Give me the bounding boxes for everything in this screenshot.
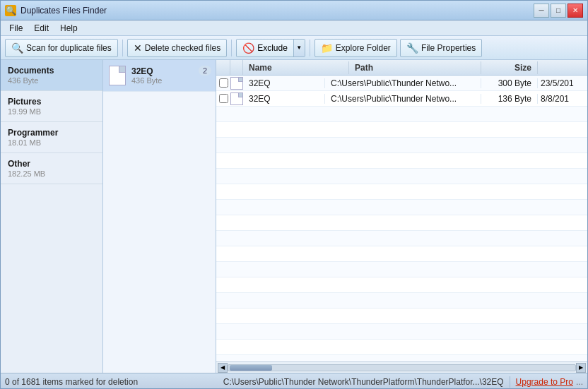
scroll-left-button[interactable]: ◀ [218, 363, 228, 373]
exclude-main-button[interactable]: 🚫 Exclude [237, 40, 293, 56]
explore-icon: 📁 [321, 42, 333, 54]
file-list-panel: 32EQ 436 Byte 2 [103, 60, 216, 373]
exclude-icon: 🚫 [242, 42, 254, 54]
table-row-empty [216, 153, 587, 169]
table-row-empty [216, 340, 587, 355]
table-row-empty [216, 231, 587, 246]
file-count-badge: 2 [199, 66, 211, 76]
toolbar-sep-1 [122, 40, 123, 56]
table-row-empty [216, 309, 587, 324]
row-name: 32EQ [246, 78, 325, 88]
titlebar: 🔍 Duplicates Files Finder ─ □ ✕ [1, 1, 587, 20]
detail-header: Name Path Size [216, 60, 587, 76]
row-checkbox-0[interactable] [216, 78, 230, 88]
table-row-empty [216, 246, 587, 262]
row-path: C:\Users\Public\Thunder Netwo... [325, 78, 481, 88]
menu-file[interactable]: File [4, 22, 28, 35]
table-row: 32EQ C:\Users\Public\Thunder Netwo... 13… [216, 91, 587, 107]
delete-icon: ✕ [134, 42, 142, 54]
table-row-empty [216, 215, 587, 231]
table-row-empty [216, 184, 587, 200]
exclude-dropdown-button[interactable]: ▼ [293, 40, 305, 56]
table-row-empty [216, 262, 587, 277]
sidebar-item-other[interactable]: Other182.25 MB [1, 153, 102, 184]
table-row-empty [216, 200, 587, 215]
table-row-empty [216, 169, 587, 184]
status-right: C:\Users\Public\Thunder Network\ThunderP… [223, 376, 583, 388]
toolbar: 🔍 Scan for duplicate files ✕ Delete chec… [1, 36, 587, 60]
row-date: 23/5/201 [538, 78, 587, 88]
toolbar-sep-2 [231, 40, 232, 56]
exclude-button-group: 🚫 Exclude ▼ [236, 39, 305, 57]
exclude-label: Exclude [257, 43, 288, 53]
properties-icon: 🔧 [406, 42, 418, 54]
scan-label: Scan for duplicate files [26, 43, 112, 53]
table-row-empty [216, 122, 587, 138]
file-icon [109, 66, 126, 85]
status-path: C:\Users\Public\Thunder Network\ThunderP… [223, 377, 504, 387]
status-dots: ... [576, 377, 583, 387]
upgrade-link[interactable]: Upgrade to Pro [516, 377, 573, 387]
explore-button[interactable]: 📁 Explore Folder [314, 39, 397, 57]
app-icon: 🔍 [5, 5, 16, 16]
scroll-track[interactable] [228, 364, 576, 371]
row-path: C:\Users\Public\Thunder Netwo... [325, 94, 481, 104]
scroll-thumb[interactable] [230, 365, 272, 371]
properties-button[interactable]: 🔧 File Properties [400, 39, 482, 57]
sidebar-item-pictures[interactable]: Pictures19.99 MB [1, 91, 102, 122]
row-name: 32EQ [246, 94, 325, 104]
file-list-item[interactable]: 32EQ 436 Byte 2 [103, 60, 216, 92]
table-row-empty [216, 107, 587, 122]
statusbar: 0 of 1681 items marked for deletion C:\U… [1, 373, 587, 389]
properties-label: File Properties [421, 43, 476, 53]
table-row: 32EQ C:\Users\Public\Thunder Netwo... 30… [216, 76, 587, 91]
detail-rows: 32EQ C:\Users\Public\Thunder Netwo... 30… [216, 76, 587, 361]
toolbar-sep-3 [310, 40, 310, 56]
detail-panel: Name Path Size 32EQ C:\Users\Public\Thun… [216, 60, 587, 373]
row-date: 8/8/201 [538, 94, 587, 104]
sidebar-item-documents[interactable]: Documents436 Byte [1, 60, 102, 91]
titlebar-left: 🔍 Duplicates Files Finder [5, 5, 107, 16]
row-size: 300 Byte [481, 78, 538, 88]
col-header-name: Name [243, 61, 349, 74]
scan-icon: 🔍 [11, 42, 23, 54]
table-row-empty [216, 138, 587, 153]
maximize-button[interactable]: □ [551, 4, 566, 18]
main-content: Documents436 BytePictures19.99 MBProgram… [1, 60, 587, 373]
menubar: File Edit Help [1, 20, 587, 36]
row-size: 136 Byte [481, 94, 538, 104]
scan-button[interactable]: 🔍 Scan for duplicate files [5, 39, 118, 57]
window-controls: ─ □ ✕ [534, 4, 583, 18]
status-items: 0 of 1681 items marked for deletion [5, 377, 138, 387]
horizontal-scrollbar[interactable]: ◀ ▶ [216, 361, 587, 373]
menu-edit[interactable]: Edit [28, 22, 54, 35]
category-sidebar: Documents436 BytePictures19.99 MBProgram… [1, 60, 103, 373]
delete-label: Delete checked files [145, 43, 220, 53]
explore-label: Explore Folder [336, 43, 391, 53]
row-checkbox-1[interactable] [216, 94, 230, 103]
menu-help[interactable]: Help [54, 22, 83, 35]
col-header-path: Path [349, 61, 481, 74]
app-title: Duplicates Files Finder [20, 6, 107, 16]
sidebar-item-programmer[interactable]: Programmer18.01 MB [1, 122, 102, 153]
col-header-size: Size [481, 61, 538, 74]
delete-button[interactable]: ✕ Delete checked files [127, 39, 227, 57]
close-button[interactable]: ✕ [568, 4, 583, 18]
row-file-icon [230, 92, 243, 105]
col-header-date [538, 66, 587, 69]
table-row-empty [216, 277, 587, 293]
table-row-empty [216, 293, 587, 309]
table-row-empty [216, 324, 587, 340]
minimize-button[interactable]: ─ [534, 4, 549, 18]
row-file-icon [230, 77, 243, 90]
table-row-empty [216, 355, 587, 361]
status-separator [510, 376, 510, 388]
scroll-right-button[interactable]: ▶ [576, 363, 586, 373]
